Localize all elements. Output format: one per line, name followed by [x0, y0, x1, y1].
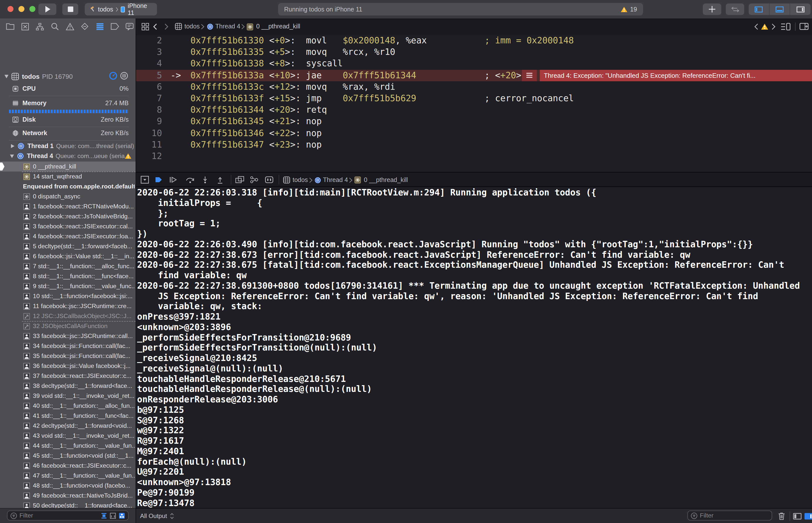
hide-debug-area-button[interactable]: [141, 176, 150, 184]
add-editor-library-button[interactable]: [703, 3, 721, 15]
test-navigator-tab[interactable]: [80, 21, 90, 31]
disclosure-triangle-icon[interactable]: [4, 74, 8, 78]
disassembly-editor[interactable]: 20x7fff51b61330 <+0>: movl $0x2000148, %…: [135, 35, 812, 172]
stack-frame-row[interactable]: 35 facebook::jsi::Function::call(fac...: [0, 351, 135, 361]
scheme-selector[interactable]: todos iPhone 11: [85, 3, 157, 16]
jumpbar-frame[interactable]: 0 __pthread_kill: [256, 18, 300, 35]
stack-frame-row[interactable]: 47 std::__1::__function::__value_fun...: [0, 471, 135, 481]
related-items-icon[interactable]: [142, 23, 149, 31]
minimize-window-button[interactable]: [18, 6, 24, 12]
stack-frame-row[interactable]: 50 decltype(std::__1::forward<face...: [0, 501, 135, 508]
stack-frame-row[interactable]: 7 std::__1::__function::__alloc_func...: [0, 261, 135, 271]
back-button[interactable]: [153, 23, 157, 30]
navigator-filter-field[interactable]: Filter: [7, 510, 129, 521]
enqueued-from-header[interactable]: Enqueued from com.apple.root.default...: [0, 181, 135, 192]
stack-frame-row[interactable]: 33 facebook::jsc::JSCRuntime::call...: [0, 331, 135, 341]
disclosure-triangle-icon[interactable]: [11, 144, 15, 148]
asm-line[interactable]: 90x7fff51b61345 <+21>: nop: [136, 116, 812, 127]
stack-frame-row[interactable]: 6 facebook::jsi::Value std::__1::__in...: [0, 251, 135, 261]
debug-memory-graph-button[interactable]: [250, 176, 259, 184]
stack-frame-row[interactable]: 1 facebook::react::RCTNativeModu...: [0, 201, 135, 211]
debug-console[interactable]: 2020-06-22 22:26:03.318 [info][tid:main]…: [135, 187, 812, 508]
stack-frame-row[interactable]: 41 std::__1::__function::__func<fac...: [0, 411, 135, 421]
stack-frame-row[interactable]: 8 std::__1::__function::__func<face...: [0, 271, 135, 281]
project-navigator-tab[interactable]: [5, 21, 15, 31]
stack-frame-row[interactable]: 36 facebook::jsi::Value facebook::j...: [0, 361, 135, 371]
symbol-navigator-tab[interactable]: [35, 21, 45, 31]
stack-frame-row[interactable]: 49 facebook::react::NativeToJsBrid...: [0, 491, 135, 501]
debug-navigator-tab[interactable]: [95, 21, 105, 31]
console-scope-selector[interactable]: All Output: [140, 508, 167, 523]
forward-button[interactable]: [165, 23, 168, 30]
memory-gauge-row[interactable]: Memory 27.4 MB: [0, 98, 135, 108]
disk-gauge-row[interactable]: Disk Zero KB/s: [0, 115, 135, 125]
toggle-inspector-panel-button[interactable]: [790, 3, 811, 15]
stack-frame-row[interactable]: 32 JSObjectCallAsFunction: [0, 321, 135, 331]
stack-frame-row[interactable]: 11 facebook::jsc::JSCRuntime::cre...: [0, 301, 135, 311]
next-issue-button[interactable]: [772, 23, 776, 30]
add-editor-button[interactable]: [799, 23, 809, 30]
asm-line[interactable]: 40x7fff51b61338 <+8>: syscall: [136, 58, 812, 70]
stack-frame-row[interactable]: 40 std::__1::__function::__alloc_fun...: [0, 401, 135, 411]
continue-button[interactable]: [169, 176, 178, 184]
asm-line[interactable]: 70x7fff51b6133f <+15>: jmp 0x7fff51b5b62…: [136, 93, 812, 104]
show-variables-view-button[interactable]: [793, 513, 801, 520]
stack-frame-row[interactable]: 48 std::__1::function<void (facebo...: [0, 481, 135, 491]
report-navigator-tab[interactable]: [125, 21, 134, 31]
stack-frame-row[interactable]: 2 facebook::react::JsToNativeBridg...: [0, 211, 135, 221]
stack-frame-row[interactable]: 46 facebook::react::JSIExecutor::c...: [0, 461, 135, 471]
close-window-button[interactable]: [7, 6, 14, 12]
find-navigator-tab[interactable]: [50, 21, 60, 31]
source-control-navigator-tab[interactable]: [20, 21, 30, 31]
stack-frame-row[interactable]: 9 std::__1::__function::__value_func...: [0, 281, 135, 291]
environment-overrides-button[interactable]: [265, 176, 274, 184]
clear-console-button[interactable]: [778, 512, 785, 520]
thread-view-icon[interactable]: [120, 72, 128, 80]
stack-frame-row[interactable]: 0 __pthread_kill: [0, 162, 135, 172]
disclosure-triangle-icon[interactable]: [10, 154, 14, 158]
stack-frame-row[interactable]: 43 void std::__1::__invoke_void_ret...: [0, 431, 135, 441]
step-out-button[interactable]: [216, 176, 225, 184]
stack-frame-row[interactable]: 14 start_wqthread: [0, 172, 135, 181]
cpu-gauge-row[interactable]: CPU 0%: [0, 84, 135, 94]
debug-jumpbar-frame[interactable]: 0 __pthread_kill: [364, 173, 408, 187]
stack-frame-row[interactable]: 38 decltype(std::__1::forward<face...: [0, 381, 135, 391]
zoom-window-button[interactable]: [30, 6, 35, 12]
debug-jumpbar-project[interactable]: todos: [293, 173, 308, 187]
warning-icon[interactable]: [621, 6, 628, 12]
run-button[interactable]: [38, 3, 56, 15]
breakpoint-navigator-tab[interactable]: [110, 21, 119, 31]
network-gauge-row[interactable]: Network Zero KB/s: [0, 128, 135, 138]
stack-frame-row[interactable]: 37 facebook::react::JSIExecutor::c...: [0, 371, 135, 381]
exception-badge[interactable]: [522, 70, 537, 81]
gauge-view-icon[interactable]: [109, 72, 117, 80]
filter-breakpoints-toggle-icon[interactable]: [101, 512, 107, 519]
asm-line[interactable]: 110x7fff51b61347 <+23>: nop: [136, 139, 812, 150]
stack-frame-row[interactable]: 42 decltype(std::__1::forward<void...: [0, 421, 135, 431]
thread-4-row[interactable]: Thread 4 Queue: com...ueue (serial): [0, 151, 135, 161]
filter-crashed-threads-icon[interactable]: [110, 512, 116, 519]
toggle-navigator-panel-button[interactable]: [749, 3, 769, 15]
asm-line[interactable]: 100x7fff51b61346 <+22>: nop: [136, 127, 812, 139]
swap-editors-button[interactable]: [726, 3, 744, 15]
asm-line[interactable]: 12: [136, 150, 812, 162]
stack-frame-row[interactable]: 3 facebook::react::JSIExecutor::cal...: [0, 221, 135, 231]
filter-view-mode-icon[interactable]: [118, 512, 125, 519]
exception-banner[interactable]: Thread 4: Exception: "Unhandled JS Excep…: [540, 70, 812, 81]
show-console-view-button[interactable]: [805, 513, 812, 520]
warning-count[interactable]: 19: [630, 6, 637, 13]
stack-frame-row[interactable]: 44 std::__1::__function::__value_fun...: [0, 441, 135, 451]
stack-frame-row[interactable]: 39 void std::__1::__invoke_void_ret...: [0, 391, 135, 401]
asm-line[interactable]: 20x7fff51b61330 <+0>: movl $0x2000148, %…: [136, 35, 812, 47]
stack-frame-row[interactable]: 5 decltype(std::__1::forward<faceb...: [0, 241, 135, 251]
console-filter-field[interactable]: Filter: [687, 510, 772, 521]
issue-navigator-tab[interactable]: [65, 21, 75, 31]
issue-warning-icon[interactable]: [761, 23, 769, 30]
stack-frame-row[interactable]: 0 dispatch_async: [0, 192, 135, 201]
stack-frame-row[interactable]: 12 JSC::JSCallbackObject<JSC::J...: [0, 311, 135, 321]
stack-frame-row[interactable]: 45 std::__1::function<void (std::__1...: [0, 451, 135, 461]
stack-frame-row[interactable]: 34 facebook::jsi::Function::call(fac...: [0, 341, 135, 351]
jumpbar-project[interactable]: todos: [184, 18, 200, 35]
debug-view-hierarchy-button[interactable]: [235, 176, 244, 184]
stop-button[interactable]: [62, 3, 78, 15]
